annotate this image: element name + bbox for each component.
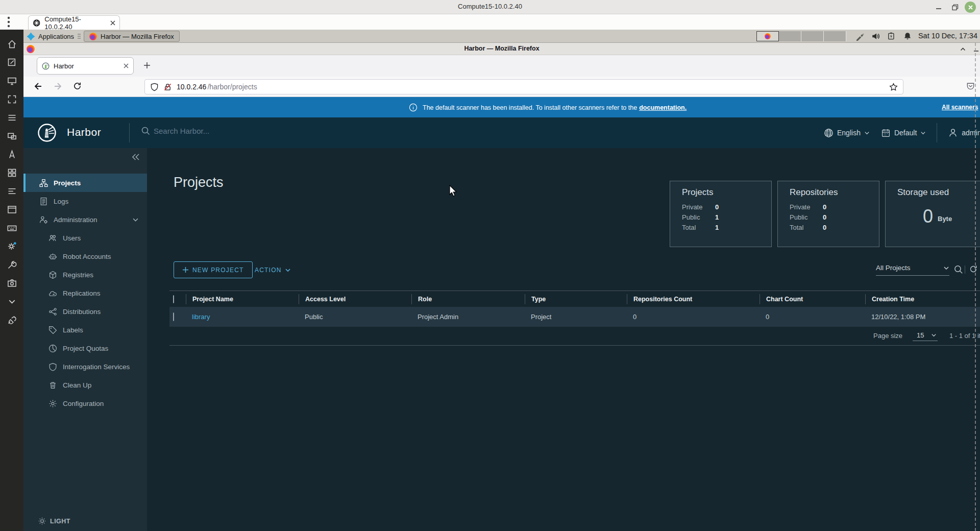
list-icon[interactable] (7, 186, 17, 197)
scaled-mode-icon[interactable] (7, 131, 17, 141)
sidebar-item-projects[interactable]: Projects (23, 174, 147, 192)
all-scanners-link[interactable]: All scanners (942, 104, 978, 111)
new-tab-button[interactable] (142, 60, 152, 70)
column-role[interactable]: Role (411, 294, 525, 304)
applications-menu[interactable]: Applications (27, 30, 81, 43)
column-project-name[interactable]: Project Name (186, 294, 299, 304)
column-repositories-count[interactable]: Repositories Count (627, 294, 760, 304)
grid-icon[interactable] (7, 167, 17, 178)
sidebar-item-users[interactable]: Users (23, 229, 147, 247)
sidebar-item-labels[interactable]: Labels (23, 321, 147, 339)
insecure-lock-icon[interactable] (163, 83, 172, 91)
font-smoothing-icon[interactable] (7, 149, 17, 160)
fullscreen-icon[interactable] (7, 94, 17, 105)
search-input[interactable] (154, 127, 307, 135)
project-link[interactable]: library (192, 313, 210, 321)
tab-close-icon[interactable] (124, 63, 129, 68)
keyboard-icon[interactable] (7, 223, 17, 233)
clock[interactable]: Sat 10 Dec, 17:34 (918, 32, 977, 40)
projects-card: Projects Private0 Public1 Total1 (670, 181, 772, 247)
select-all-checkbox[interactable] (169, 294, 186, 304)
column-access-level[interactable]: Access Level (299, 294, 411, 304)
tracking-shield-icon[interactable] (150, 83, 159, 91)
sidebar-item-configuration[interactable]: Configuration (23, 394, 147, 413)
theme-selector[interactable]: Default (894, 129, 917, 137)
restore-button[interactable] (949, 2, 961, 13)
remmina-toolbar (0, 30, 23, 531)
sidebar-item-project-quotas[interactable]: Project Quotas (23, 339, 147, 357)
volume-icon[interactable] (871, 32, 880, 41)
settings-gear-icon[interactable] (7, 241, 17, 252)
global-search[interactable] (141, 126, 307, 135)
language-selector[interactable]: English (837, 129, 861, 137)
stat-value: 1 (715, 223, 719, 233)
sidebar-item-clean-up[interactable]: Clean Up (23, 376, 147, 394)
sidebar-item-robot-accounts[interactable]: Robot Accounts (23, 247, 147, 266)
workspace-1[interactable] (756, 31, 779, 41)
firefox-icon (89, 33, 97, 40)
reload-button[interactable] (72, 81, 82, 91)
sidebar-item-interrogation-services[interactable]: Interrogation Services (23, 357, 147, 376)
sidebar-item-distributions[interactable]: Distributions (23, 302, 147, 321)
filter-search-icon[interactable] (953, 264, 963, 274)
projects-icon (39, 179, 48, 187)
theme-light-toggle[interactable]: LIGHT (38, 517, 70, 525)
notification-bell-icon[interactable] (903, 32, 912, 41)
stat-value: 0 (823, 212, 826, 223)
minimize-button[interactable] (973, 46, 979, 53)
menu-icon[interactable] (7, 112, 17, 123)
workspace-pager[interactable] (756, 31, 846, 41)
sidebar-item-administration[interactable]: Administration (23, 210, 147, 229)
refresh-icon[interactable] (969, 264, 978, 274)
disconnect-icon[interactable] (7, 315, 17, 325)
taskbar-window-button[interactable]: Harbor — Mozilla Firefox (84, 31, 180, 42)
home-icon[interactable] (7, 39, 17, 50)
sidebar-item-logs[interactable]: Logs (23, 192, 147, 210)
distro-logo-icon (27, 32, 35, 41)
sun-icon (38, 517, 46, 525)
new-project-button[interactable]: NEW PROJECT (174, 261, 253, 278)
user-menu[interactable]: admin (962, 129, 980, 137)
connection-tab-close-icon[interactable] (110, 20, 115, 26)
workspace-4[interactable] (824, 31, 846, 41)
close-button[interactable] (965, 2, 976, 13)
sidebar-item-replications[interactable]: Replications (23, 284, 147, 302)
edit-connection-icon[interactable] (7, 57, 17, 68)
battery-icon[interactable] (887, 32, 896, 41)
harbor-header: Harbor English Default admin (23, 117, 980, 148)
multi-monitor-icon[interactable] (7, 76, 17, 86)
workspace-2[interactable] (779, 31, 801, 41)
screenshot-camera-icon[interactable] (7, 278, 17, 288)
back-button[interactable] (33, 81, 43, 91)
bookmark-star-icon[interactable] (889, 83, 898, 91)
system-tray (855, 32, 912, 41)
kebab-menu-icon[interactable] (7, 16, 10, 28)
pocket-icon[interactable] (966, 81, 975, 91)
browser-tab[interactable]: Harbor (37, 57, 134, 75)
brand-title[interactable]: Harbor (67, 126, 101, 138)
row-checkbox[interactable] (169, 313, 186, 321)
project-filter-select[interactable]: All Projects (876, 264, 949, 276)
url-bar[interactable]: 10.0.2.46/harbor/projects (144, 79, 903, 94)
collapse-sidebar-icon[interactable] (131, 153, 140, 161)
column-chart-count[interactable]: Chart Count (760, 294, 865, 304)
documentation-link[interactable]: documentation. (639, 104, 687, 111)
table-row[interactable]: library Public Project Admin Project 0 0… (169, 307, 980, 327)
shade-button[interactable] (960, 46, 966, 53)
column-type[interactable]: Type (525, 294, 627, 304)
connection-tab[interactable]: Compute15-10.0.2.40 (28, 15, 120, 30)
minimize-button[interactable] (933, 2, 944, 13)
collapse-toolbar-icon[interactable] (7, 296, 17, 307)
stylus-tool-icon[interactable] (855, 32, 865, 41)
filter-value: All Projects (876, 264, 911, 272)
forward-button[interactable] (53, 81, 63, 91)
firefox-tabstrip: Harbor (23, 55, 980, 77)
action-dropdown-button[interactable]: ACTION (255, 261, 291, 278)
window-icon[interactable] (7, 204, 17, 215)
sidebar-item-registries[interactable]: Registries (23, 266, 147, 284)
tools-icon[interactable] (7, 259, 17, 270)
column-creation-time[interactable]: Creation Time (865, 294, 980, 304)
workspace-3[interactable] (801, 31, 824, 41)
table-footer: Page size 15 1 - 1 of 1 items (169, 327, 980, 346)
page-size-select[interactable]: 15 (913, 331, 938, 341)
